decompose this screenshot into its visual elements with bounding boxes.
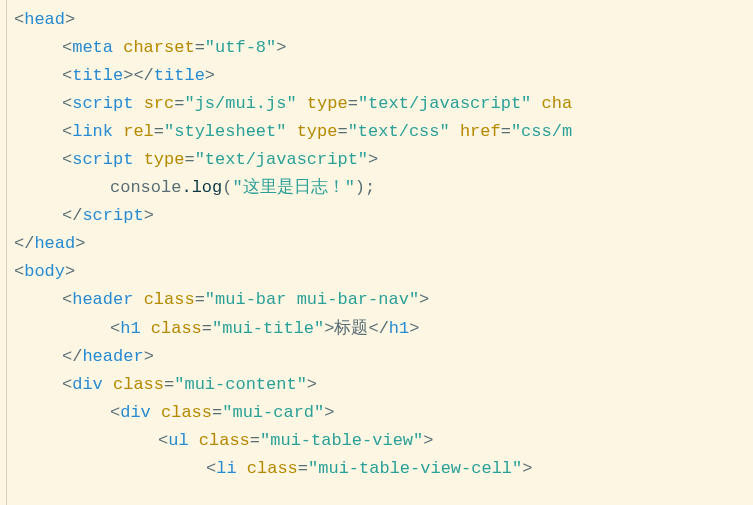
code-token: meta	[72, 38, 123, 57]
code-token: h1	[389, 319, 409, 338]
code-token: (	[222, 178, 232, 197]
code-token: =	[174, 94, 184, 113]
code-line: <link rel="stylesheet" type="text/css" h…	[0, 118, 753, 146]
code-line: </head>	[0, 230, 753, 258]
code-token: class	[199, 431, 250, 450]
code-token: div	[120, 403, 161, 422]
code-line: <script src="js/mui.js" type="text/javas…	[0, 90, 753, 118]
code-line: </script>	[0, 202, 753, 230]
code-token: src	[144, 94, 175, 113]
code-token: </	[62, 206, 82, 225]
code-token: >	[324, 319, 334, 338]
code-token: title	[72, 66, 123, 85]
code-token: class	[144, 290, 195, 309]
code-token: head	[24, 10, 65, 29]
code-token: <	[62, 94, 72, 113]
code-token: class	[247, 459, 298, 478]
code-token: "这里是日志！"	[232, 178, 354, 197]
code-token: 标题	[334, 319, 368, 338]
code-token: >	[409, 319, 419, 338]
code-token: "mui-bar mui-bar-nav"	[205, 290, 419, 309]
code-token: script	[72, 94, 143, 113]
code-token: </	[368, 319, 388, 338]
code-token: =	[250, 431, 260, 450]
code-token: h1	[120, 319, 151, 338]
code-token: rel	[123, 122, 154, 141]
code-token: "mui-table-view-cell"	[308, 459, 522, 478]
code-token: >	[75, 234, 85, 253]
code-token: >	[324, 403, 334, 422]
code-token: charset	[123, 38, 194, 57]
code-token: head	[34, 234, 75, 253]
code-token: type	[297, 122, 338, 141]
code-token: title	[154, 66, 205, 85]
code-token: =	[164, 375, 174, 394]
code-token: =	[337, 122, 347, 141]
code-block: <head><meta charset="utf-8"><title></tit…	[0, 6, 753, 483]
code-line: <meta charset="utf-8">	[0, 34, 753, 62]
code-token: >	[423, 431, 433, 450]
code-token: "text/javascript"	[358, 94, 531, 113]
code-token: class	[113, 375, 164, 394]
code-line: <title></title>	[0, 62, 753, 90]
code-token: .	[181, 178, 191, 197]
code-token: <	[62, 290, 72, 309]
code-token: =	[212, 403, 222, 422]
code-token: ul	[168, 431, 199, 450]
code-token: ></	[123, 66, 154, 85]
code-token: <	[14, 262, 24, 281]
code-line: <li class="mui-table-view-cell">	[0, 455, 753, 483]
code-token: li	[216, 459, 247, 478]
code-token: header	[82, 347, 143, 366]
code-token: log	[192, 178, 223, 197]
code-line: <header class="mui-bar mui-bar-nav">	[0, 286, 753, 314]
code-line: <h1 class="mui-title">标题</h1>	[0, 315, 753, 343]
code-token: >	[65, 262, 75, 281]
code-line: <script type="text/javascript">	[0, 146, 753, 174]
code-token: href	[460, 122, 501, 141]
code-token: </	[14, 234, 34, 253]
code-token: "utf-8"	[205, 38, 276, 57]
code-token: >	[144, 206, 154, 225]
code-token: <	[62, 122, 72, 141]
code-token	[286, 122, 296, 141]
code-token: div	[72, 375, 113, 394]
code-token: class	[161, 403, 212, 422]
code-token: script	[72, 150, 143, 169]
code-token: >	[276, 38, 286, 57]
code-line: </header>	[0, 343, 753, 371]
code-token	[450, 122, 460, 141]
code-token: <	[62, 375, 72, 394]
code-token: header	[72, 290, 143, 309]
code-token: </	[62, 347, 82, 366]
code-token: =	[195, 38, 205, 57]
code-token: cha	[542, 94, 573, 113]
code-token: class	[151, 319, 202, 338]
code-token: <	[110, 319, 120, 338]
code-token: <	[158, 431, 168, 450]
code-token: =	[348, 94, 358, 113]
code-token: >	[205, 66, 215, 85]
code-token: <	[62, 66, 72, 85]
code-token: body	[24, 262, 65, 281]
code-token: "css/m	[511, 122, 572, 141]
code-token: "text/css"	[348, 122, 450, 141]
code-line: <body>	[0, 258, 753, 286]
code-token: >	[522, 459, 532, 478]
code-token: "mui-title"	[212, 319, 324, 338]
code-line: <div class="mui-content">	[0, 371, 753, 399]
code-token: "stylesheet"	[164, 122, 286, 141]
code-token: link	[72, 122, 123, 141]
code-token: "text/javascript"	[195, 150, 368, 169]
code-token: =	[195, 290, 205, 309]
code-token: type	[144, 150, 185, 169]
code-line: <head>	[0, 6, 753, 34]
code-token: <	[14, 10, 24, 29]
code-line: console.log("这里是日志！");	[0, 174, 753, 202]
code-token: >	[144, 347, 154, 366]
code-token: >	[65, 10, 75, 29]
code-token	[297, 94, 307, 113]
code-token: >	[307, 375, 317, 394]
code-token: >	[419, 290, 429, 309]
code-token: =	[501, 122, 511, 141]
